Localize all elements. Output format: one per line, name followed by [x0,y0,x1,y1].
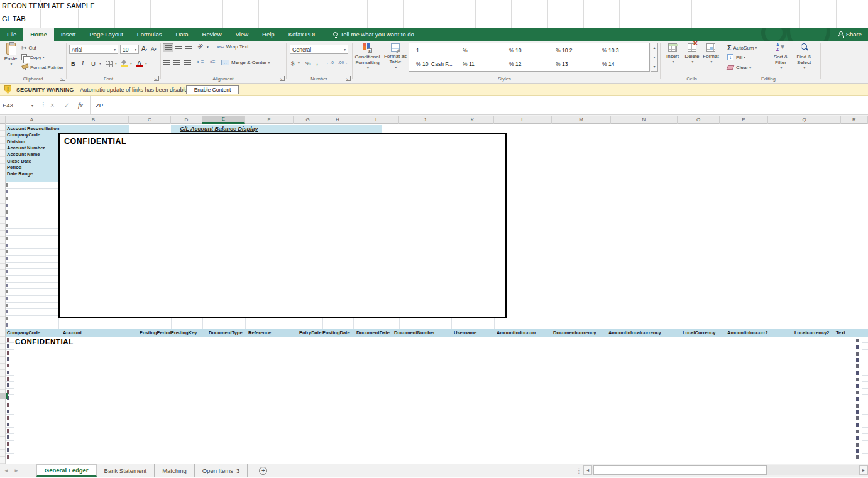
align-bottom-button[interactable] [185,45,192,50]
clipboard-dialog-launcher[interactable]: ↘ [60,76,65,81]
align-left-button[interactable] [163,60,170,65]
table-header-documentnumber[interactable]: DocumentNumber [394,329,435,337]
name-box-dropdown[interactable]: ▾ [31,96,33,114]
enter-icon[interactable]: ✓ [64,96,69,114]
column-header-E[interactable]: E [202,116,245,124]
table-header-account[interactable]: Account [63,329,82,337]
cell-style-item[interactable]: % [459,44,504,57]
align-middle-button[interactable] [175,45,182,50]
sheet-tab-bank-statement[interactable]: Bank Statement [97,464,155,477]
paste-button[interactable]: Paste ▾ [1,43,20,67]
column-header-B[interactable]: B [58,116,129,124]
scroll-right-button[interactable]: ► [859,465,868,475]
bold-button[interactable]: B [71,60,75,67]
ribbon-tab-kofax-pdf[interactable]: Kofax PDF [282,28,324,41]
format-as-table-button[interactable]: Format as Table ▾ [383,43,408,70]
underline-button[interactable]: U [91,60,96,67]
sheet-nav-arrows[interactable]: ◄► [0,464,23,477]
find-select-button[interactable]: Find & Select ▾ [793,43,815,71]
cancel-icon[interactable]: × [50,96,54,114]
fill-color-dropdown[interactable]: ▾ [129,62,132,65]
cell-style-item[interactable]: % 10_Cash F... [412,58,458,70]
select-all-corner[interactable] [0,116,6,124]
italic-button[interactable]: I [82,60,84,67]
table-header-username[interactable]: Username [454,329,476,337]
ribbon-tab-page-layout[interactable]: Page Layout [82,28,129,41]
fill-button[interactable]: ↓ Fill ▾ [727,54,745,60]
sort-filter-button[interactable]: AZ ▼ Sort & Filter ▾ [770,43,791,71]
column-header-F[interactable]: F [245,116,294,124]
table-header-reference[interactable]: Reference [248,329,271,337]
info-label[interactable]: Date Range [7,171,33,177]
tell-me-box[interactable]: Tell me what you want to do [333,28,414,41]
info-label[interactable]: CompanyCode [7,132,40,138]
column-header-J[interactable]: J [399,116,451,124]
underline-dropdown[interactable]: ▾ [98,62,101,65]
fx-icon[interactable]: fx [78,96,83,114]
table-header-localcurrency2[interactable]: Localcurrency2 [794,329,829,337]
column-header-N[interactable]: N [611,116,678,124]
ribbon-tab-insert[interactable]: Insert [54,28,83,41]
ribbon-tab-help[interactable]: Help [255,28,282,41]
format-painter-button[interactable]: Format Painter [21,64,63,70]
info-label[interactable]: Account Reconciliation [7,126,59,132]
conditional-formatting-button[interactable]: ≠ Conditional Formatting ▾ [353,43,382,71]
table-header-amountinloccurr2[interactable]: Amountinloccurr2 [727,329,768,337]
column-header-A[interactable]: A [6,116,58,124]
font-family-select[interactable]: Arial ▾ [69,45,118,54]
cell-style-item[interactable]: % 10 2 [552,44,597,57]
comma-button[interactable]: , [316,58,318,66]
font-dialog-launcher[interactable]: ↘ [154,76,159,81]
formula-input[interactable]: ZP [96,96,103,114]
number-dialog-launcher[interactable]: ↘ [346,76,351,81]
table-header-amountinlocalcurrency[interactable]: Amountinlocalcurrency [608,329,661,337]
decrease-font-button[interactable]: A▾ [151,46,157,52]
cell-style-item[interactable]: % 10 3 [598,44,644,57]
selected-row-header[interactable] [0,393,6,399]
next-sheet-icon[interactable]: ► [14,468,19,474]
cell-style-item[interactable]: % 10 [505,44,551,57]
share-button[interactable]: Share [838,28,862,41]
column-header-D[interactable]: D [171,116,202,124]
scroll-left-button[interactable]: ◄ [583,465,592,475]
column-header-C[interactable]: C [129,116,171,124]
table-header-companycode[interactable]: CompanyCode [7,329,40,337]
sheet-tab-general-ledger[interactable]: General Ledger [36,464,97,477]
number-format-select[interactable]: General ▾ [290,45,348,54]
table-header-documenttype[interactable]: DocumentType [209,329,243,337]
currency-button[interactable]: $ [291,60,294,67]
insert-cells-button[interactable]: Insert ▾ [664,43,681,65]
prev-sheet-icon[interactable]: ◄ [4,468,9,474]
borders-button[interactable] [106,61,113,67]
ribbon-tab-formulas[interactable]: Formulas [130,28,169,41]
decrease-indent-button[interactable]: ⇤≡ [197,59,204,65]
ribbon-tab-home[interactable]: Home [23,28,53,41]
align-center-button[interactable] [173,60,180,65]
increase-decimal-button[interactable]: ←.0 [326,60,334,65]
info-label[interactable]: Period [7,165,21,171]
enable-content-button[interactable]: Enable Content [186,85,239,94]
sheet-tab-matching[interactable]: Matching [155,464,195,477]
font-color-dropdown[interactable]: ▾ [144,62,147,65]
align-top-button[interactable] [163,43,173,52]
table-header-postingdate[interactable]: PostingDate [322,329,350,337]
table-header-postingkey[interactable]: PostingKey [171,329,197,337]
table-header-amountindoccurr[interactable]: Amountindoccurr [497,329,536,337]
column-header-K[interactable]: K [451,116,494,124]
gallery-scroll-buttons[interactable]: ▴▾▾ [651,43,658,72]
table-header-documentdate[interactable]: DocumentDate [356,329,390,337]
column-header-M[interactable]: M [552,116,611,124]
wrap-text-button[interactable]: ab↩ Wrap Text [217,44,248,50]
ribbon-tab-review[interactable]: Review [195,28,229,41]
font-size-select[interactable]: 10 ▾ [120,45,139,54]
cut-button[interactable]: ✂ Cut [21,45,36,52]
cell-style-item[interactable]: % 11 [459,58,504,70]
tabbar-divider-dots[interactable]: ⋮ [576,464,582,477]
info-label[interactable]: Account Number [7,145,45,151]
borders-dropdown[interactable]: ▾ [114,62,117,65]
orientation-dropdown[interactable]: ▾ [206,45,209,49]
table-header-localcurrency[interactable]: LocalCurrency [683,329,716,337]
divider-dots[interactable]: ⋮ [40,96,47,114]
info-label[interactable]: Division [7,139,25,145]
fill-color-button[interactable] [121,60,128,67]
